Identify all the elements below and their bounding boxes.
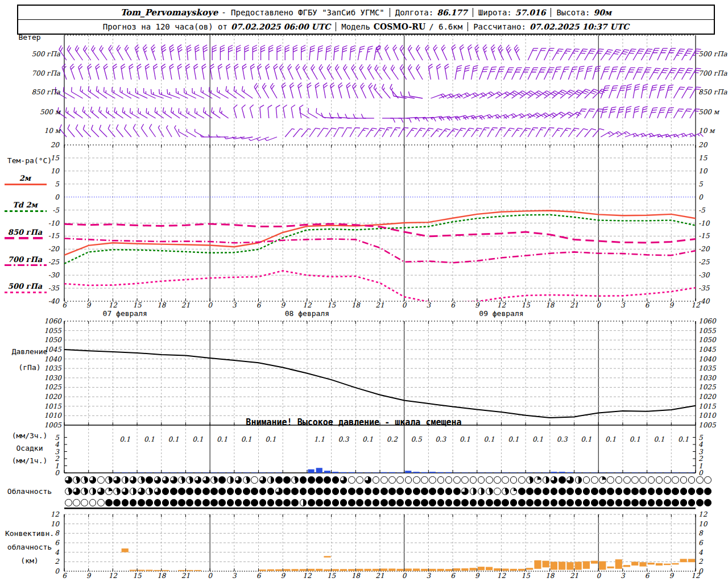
convective-bar: [534, 560, 541, 569]
wind-barb: [291, 105, 297, 118]
wind-barb: [368, 83, 378, 98]
wind-barb: [285, 45, 289, 61]
precip-bar: [583, 472, 589, 473]
precip-units-1h: (мм/1ч.): [12, 456, 48, 465]
wind-barb: [210, 64, 217, 80]
precip-bar: [502, 472, 508, 473]
wind-barb: [390, 118, 403, 123]
wind-barb: [78, 86, 93, 98]
precip-bar: [373, 472, 379, 473]
wind-barb: [226, 64, 233, 80]
wind-barb: [673, 107, 684, 120]
precip-bar: [243, 472, 250, 473]
convective-bar: [615, 559, 622, 569]
wind-barb: [317, 45, 323, 61]
wind-barb: [617, 65, 626, 81]
wind-barb: [220, 45, 225, 61]
wind-barb: [315, 83, 322, 98]
wind-barb: [103, 64, 111, 80]
convective-bar: [186, 570, 193, 571]
legend-label-t2m: 2м: [19, 174, 31, 182]
precip-bar: [632, 472, 638, 473]
wind-barb: [617, 84, 626, 99]
precip-bar: [413, 472, 419, 473]
wind-barb: [129, 64, 135, 80]
wind-barb: [77, 64, 86, 80]
wind-barb: [609, 106, 616, 119]
wind-barb: [242, 64, 249, 80]
wind-barb: [279, 64, 289, 80]
precip-bar: [316, 468, 322, 473]
precip-bar: [227, 472, 233, 473]
convective-bar: [502, 568, 508, 571]
convective-bar: [437, 569, 444, 571]
wind-barb: [568, 65, 577, 81]
wind-barb: [345, 114, 358, 119]
wind-barb: [505, 45, 515, 60]
wind-barb: [633, 84, 640, 99]
precip-bar: [340, 472, 346, 473]
wind-barb: [382, 118, 395, 123]
convective-bar: [178, 570, 185, 571]
precip-bar: [510, 472, 516, 473]
convective-bar: [494, 568, 500, 571]
wind-barb: [455, 115, 469, 122]
wind-barb: [185, 108, 198, 118]
precip-bar: [527, 472, 533, 473]
convective-bar: [607, 567, 614, 568]
wind-barb: [459, 44, 467, 60]
pressure-units: (гПа): [18, 363, 40, 372]
precip-bar: [138, 472, 144, 473]
convective-bar: [453, 568, 460, 571]
wind-barb: [650, 106, 658, 120]
wind-barb: [479, 126, 490, 139]
precip-bar: [429, 472, 436, 473]
wind-barb: [169, 45, 176, 60]
convective-bar: [526, 568, 533, 569]
wind-barb: [601, 65, 610, 81]
convective-bar: [413, 568, 420, 571]
wind-barb: [276, 105, 281, 118]
wind-barb: [217, 135, 229, 137]
precip-bar: [332, 472, 338, 473]
wind-barb: [334, 64, 346, 80]
wind-barb: [487, 65, 497, 81]
convective-bar: [308, 569, 315, 571]
temperature-series-850 гПа: [64, 224, 696, 243]
wind-barb: [177, 64, 184, 80]
precip-bar: [357, 472, 363, 473]
precip-units-3h: (мм/3ч.): [12, 431, 48, 440]
convective-bar: [396, 569, 403, 571]
wind-barb: [158, 126, 166, 137]
wind-barb: [302, 64, 313, 80]
wind-barb: [625, 47, 636, 63]
precip-bar: [567, 472, 573, 473]
wind-barb: [617, 106, 624, 119]
wind-barb: [382, 126, 392, 139]
wind-barb: [334, 45, 340, 61]
wind-barb: [665, 134, 679, 141]
wind-barb: [224, 86, 239, 98]
convective-bar: [631, 562, 638, 566]
wind-barb: [441, 45, 451, 60]
pressure-title: Давление: [12, 347, 48, 356]
wind-barb: [129, 108, 142, 118]
legend-line-850: [5, 237, 47, 239]
precip-bar: [187, 472, 193, 473]
wind-barb: [107, 45, 119, 60]
precip-bar: [559, 472, 565, 473]
wind-barb: [361, 114, 374, 119]
wind-barb: [673, 132, 687, 141]
wind-barb: [490, 45, 499, 60]
wind-barb: [436, 64, 443, 80]
wind-barb: [115, 45, 127, 60]
pressure-warning-text: Внимание! Высокое давление - шкала смеще…: [246, 417, 461, 427]
wind-barb: [169, 64, 176, 80]
wind-barb: [87, 64, 95, 80]
convective-bar: [365, 569, 371, 571]
wind-barb: [237, 45, 241, 61]
wind-barb: [326, 64, 337, 80]
wind-barb: [121, 107, 134, 118]
wind-barb: [384, 45, 394, 60]
wind-barb: [193, 108, 206, 118]
